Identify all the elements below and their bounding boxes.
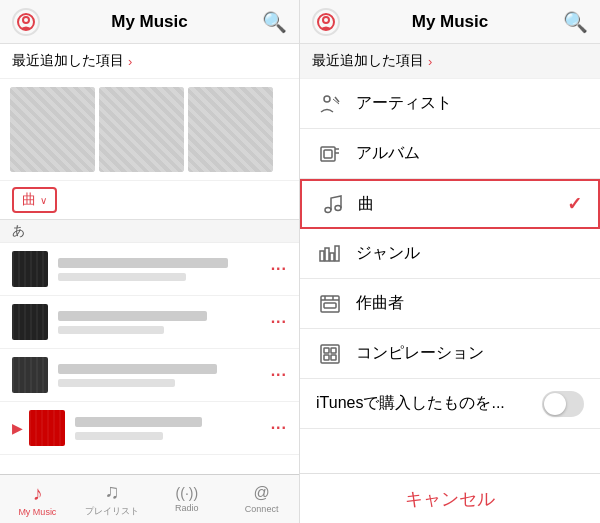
song-subtitle-1 — [58, 273, 186, 281]
song-more-4[interactable]: ··· — [271, 419, 287, 437]
svg-rect-26 — [331, 355, 336, 360]
tab-playlist[interactable]: ♫ プレイリスト — [75, 475, 150, 523]
tab-radio-label: Radio — [175, 503, 199, 513]
menu-list: アーティスト アルバム 曲 — [300, 79, 600, 473]
sort-bar: 曲 ∨ — [0, 181, 299, 220]
menu-label-artist: アーティスト — [356, 93, 584, 114]
album-thumb-2[interactable] — [99, 87, 184, 172]
song-list: ··· ··· ··· ▶ — [0, 243, 299, 474]
tab-connect[interactable]: @ Connect — [224, 475, 299, 523]
right-panel: My Music 🔍 最近追加した項目 › アーティスト — [300, 0, 600, 523]
right-nav-bar: My Music 🔍 — [300, 0, 600, 44]
svg-point-1 — [23, 17, 29, 23]
right-section-header[interactable]: 最近追加した項目 › — [300, 44, 600, 79]
song-subtitle-2 — [58, 326, 164, 334]
menu-label-compilation: コンピレーション — [356, 343, 584, 364]
connect-icon: @ — [254, 484, 270, 502]
menu-label-song: 曲 — [358, 194, 567, 215]
song-thumb-2 — [12, 304, 48, 340]
menu-item-composer[interactable]: 作曲者 — [300, 279, 600, 329]
left-tab-bar: ♪ My Music ♫ プレイリスト ((·)) Radio @ Connec… — [0, 474, 299, 523]
tab-mymusic[interactable]: ♪ My Music — [0, 475, 75, 523]
song-subtitle-4 — [75, 432, 163, 440]
right-title: My Music — [412, 12, 489, 32]
song-more-2[interactable]: ··· — [271, 313, 287, 331]
search-icon[interactable]: 🔍 — [262, 10, 287, 34]
radio-icon: ((·)) — [176, 485, 199, 501]
song-info-4 — [75, 417, 271, 440]
section-header-label: 最近追加した項目 — [12, 52, 124, 70]
song-more-1[interactable]: ··· — [271, 260, 287, 278]
svg-point-12 — [335, 206, 341, 211]
song-title-1 — [58, 258, 228, 268]
playlist-icon: ♫ — [105, 480, 120, 503]
menu-label-genre: ジャンル — [356, 243, 584, 264]
svg-rect-16 — [335, 246, 339, 261]
svg-point-3 — [323, 17, 329, 23]
cancel-button[interactable]: キャンセル — [405, 487, 495, 511]
right-profile-icon[interactable] — [312, 8, 340, 36]
right-search-icon[interactable]: 🔍 — [563, 10, 588, 34]
svg-rect-14 — [325, 248, 329, 261]
itunes-toggle[interactable] — [542, 391, 584, 417]
svg-rect-15 — [330, 253, 334, 261]
chevron-right-icon: › — [128, 54, 132, 69]
play-icon: ▶ — [12, 420, 23, 436]
menu-item-genre[interactable]: ジャンル — [300, 229, 600, 279]
album-icon — [316, 140, 344, 168]
sort-label: 曲 — [22, 191, 36, 209]
svg-rect-25 — [324, 355, 329, 360]
sort-button[interactable]: 曲 ∨ — [12, 187, 57, 213]
svg-rect-21 — [324, 303, 336, 308]
menu-label-album: アルバム — [356, 143, 584, 164]
svg-rect-13 — [320, 251, 324, 261]
compilation-icon — [316, 340, 344, 368]
right-section-header-label: 最近追加した項目 — [312, 52, 424, 70]
svg-rect-23 — [324, 348, 329, 353]
album-grid — [0, 79, 299, 181]
song-title-2 — [58, 311, 207, 321]
song-title-4 — [75, 417, 202, 427]
profile-icon[interactable] — [12, 8, 40, 36]
song-info-3 — [58, 364, 271, 387]
svg-rect-8 — [324, 150, 332, 158]
tab-playlist-label: プレイリスト — [85, 505, 139, 518]
menu-label-composer: 作曲者 — [356, 293, 584, 314]
cancel-bar: キャンセル — [300, 473, 600, 523]
right-chevron-icon: › — [428, 54, 432, 69]
left-panel: My Music 🔍 最近追加した項目 › 曲 ∨ あ — [0, 0, 300, 523]
svg-rect-24 — [331, 348, 336, 353]
song-title-3 — [58, 364, 217, 374]
song-icon — [318, 190, 346, 218]
check-icon: ✓ — [567, 193, 582, 215]
album-thumb-3[interactable] — [188, 87, 273, 172]
song-item-1[interactable]: ··· — [0, 243, 299, 296]
itunes-label: iTunesで購入したものを... — [316, 393, 542, 414]
left-section-header[interactable]: 最近追加した項目 › — [0, 44, 299, 79]
itunes-row: iTunesで購入したものを... — [300, 379, 600, 429]
song-thumb-4 — [29, 410, 65, 446]
svg-point-11 — [325, 208, 331, 213]
menu-item-artist[interactable]: アーティスト — [300, 79, 600, 129]
menu-item-album[interactable]: アルバム — [300, 129, 600, 179]
song-item-3[interactable]: ··· — [0, 349, 299, 402]
song-info-1 — [58, 258, 271, 281]
tab-mymusic-label: My Music — [18, 507, 56, 517]
composer-icon — [316, 290, 344, 318]
left-nav-bar: My Music 🔍 — [0, 0, 299, 44]
song-more-3[interactable]: ··· — [271, 366, 287, 384]
song-item-2[interactable]: ··· — [0, 296, 299, 349]
menu-item-compilation[interactable]: コンピレーション — [300, 329, 600, 379]
left-title: My Music — [111, 12, 188, 32]
sort-arrow-icon: ∨ — [40, 195, 47, 206]
svg-rect-7 — [321, 147, 335, 161]
song-info-2 — [58, 311, 271, 334]
tab-connect-label: Connect — [245, 504, 279, 514]
genre-icon — [316, 240, 344, 268]
song-thumb-3 — [12, 357, 48, 393]
album-thumb-1[interactable] — [10, 87, 95, 172]
svg-point-4 — [324, 96, 330, 102]
song-item-4[interactable]: ▶ ··· — [0, 402, 299, 455]
tab-radio[interactable]: ((·)) Radio — [150, 475, 225, 523]
menu-item-song[interactable]: 曲 ✓ — [300, 179, 600, 229]
